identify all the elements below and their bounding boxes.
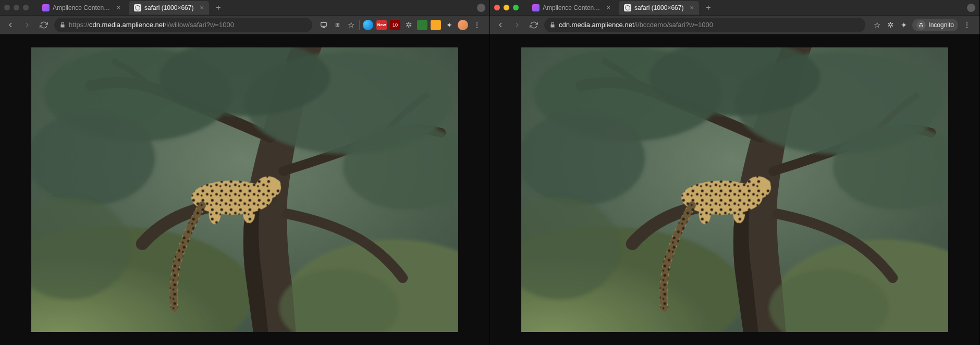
amplience-favicon	[42, 4, 50, 11]
reload-button[interactable]	[38, 19, 50, 31]
close-icon[interactable]: ×	[606, 4, 610, 11]
incognito-badge[interactable]: Incognito	[912, 19, 958, 31]
extension-green-icon[interactable]	[417, 20, 427, 30]
traffic-zoom[interactable]	[23, 5, 29, 10]
tab-safari-image[interactable]: safari (1000×667) ×	[129, 1, 209, 15]
svg-point-12	[31, 112, 155, 205]
svg-point-16	[209, 204, 221, 224]
back-button[interactable]	[4, 19, 17, 31]
content-area	[490, 34, 979, 345]
titlebar: Amplience Content Hub × safari (1000×667…	[0, 0, 489, 16]
browser-window-right: Amplience Content Hub × safari (1000×667…	[490, 0, 980, 345]
globe-favicon	[134, 4, 141, 11]
menu-icon[interactable]: ⋮	[961, 21, 973, 29]
close-icon[interactable]: ×	[690, 4, 694, 11]
svg-point-30	[761, 179, 771, 189]
toolbar-right: ⊞ ☆ New 10 ✲ ✦ ⋮	[316, 20, 485, 30]
incognito-label: Incognito	[928, 21, 954, 29]
extension-new-icon[interactable]: New	[376, 20, 387, 30]
browser-window-left: Amplience Content Hub × safari (1000×667…	[0, 0, 490, 345]
tab-label: Amplience Content Hub	[543, 4, 600, 11]
tab-amplience[interactable]: Amplience Content Hub ×	[527, 1, 616, 15]
grid-icon[interactable]: ⊞	[332, 20, 342, 30]
image-safari-leopard	[521, 47, 948, 332]
reload-button[interactable]	[528, 19, 540, 31]
cast-icon[interactable]	[318, 20, 329, 30]
traffic-close[interactable]	[4, 5, 10, 10]
back-button[interactable]	[494, 19, 507, 31]
extensions-puzzle-icon[interactable]: ✦	[444, 20, 455, 30]
svg-rect-0	[321, 22, 327, 26]
url-text: https://cdn.media.amplience.net/i/willow…	[69, 21, 307, 29]
tab-label: safari (1000×667)	[634, 4, 683, 11]
tab-amplience[interactable]: Amplience Content Hub ×	[37, 1, 126, 15]
svg-point-27	[521, 112, 645, 205]
profile-switch-icon[interactable]	[967, 4, 975, 12]
globe-favicon	[624, 4, 631, 11]
toolbar-right: ☆ ✲ ✦ Incognito ⋮	[869, 19, 975, 31]
tab-safari-image[interactable]: safari (1000×667) ×	[619, 1, 699, 15]
traffic-minimize[interactable]	[14, 5, 19, 10]
toolbar: cdn.media.amplience.net/i/bccdemo/safari…	[490, 16, 979, 34]
close-icon[interactable]: ×	[200, 4, 204, 11]
svg-point-15	[271, 179, 281, 189]
close-icon[interactable]: ×	[116, 4, 120, 11]
toolbar: https://cdn.media.amplience.net/i/willow…	[0, 16, 489, 34]
traffic-minimize[interactable]	[504, 5, 509, 10]
traffic-close[interactable]	[494, 5, 500, 10]
tab-label: Amplience Content Hub	[53, 4, 110, 11]
window-controls[interactable]	[494, 5, 519, 10]
address-bar[interactable]: https://cdn.media.amplience.net/i/willow…	[54, 18, 312, 32]
svg-point-31	[699, 204, 711, 224]
traffic-zoom[interactable]	[513, 5, 519, 10]
extensions-puzzle-icon[interactable]: ✦	[899, 20, 909, 30]
divider	[359, 20, 360, 30]
window-controls[interactable]	[4, 5, 29, 10]
lock-icon	[59, 22, 66, 28]
new-tab-button[interactable]: +	[212, 2, 225, 14]
amplience-favicon	[532, 4, 540, 11]
image-safari-leopard	[31, 47, 458, 332]
extension-settings-icon[interactable]: ✲	[885, 20, 896, 30]
address-bar[interactable]: cdn.media.amplience.net/i/bccdemo/safari…	[544, 18, 865, 32]
new-tab-button[interactable]: +	[702, 2, 715, 14]
content-area	[0, 34, 489, 345]
bookmark-star-icon[interactable]: ☆	[872, 20, 882, 30]
extension-badge-icon[interactable]: 10	[390, 20, 400, 30]
forward-button[interactable]	[21, 19, 33, 31]
extension-edge-icon[interactable]	[363, 20, 373, 30]
extension-settings-icon[interactable]: ✲	[403, 20, 414, 30]
svg-point-32	[733, 204, 745, 223]
bookmark-star-icon[interactable]: ☆	[346, 20, 356, 30]
url-text: cdn.media.amplience.net/i/bccdemo/safari…	[559, 21, 860, 29]
lock-icon	[549, 22, 556, 28]
menu-icon[interactable]: ⋮	[471, 21, 483, 29]
titlebar: Amplience Content Hub × safari (1000×667…	[490, 0, 979, 16]
forward-button[interactable]	[511, 19, 523, 31]
extension-yellow-icon[interactable]	[431, 20, 441, 30]
incognito-icon	[916, 20, 926, 30]
svg-point-17	[243, 204, 255, 223]
tab-label: safari (1000×667)	[144, 4, 193, 11]
profile-switch-icon[interactable]	[477, 4, 485, 12]
profile-avatar[interactable]	[458, 20, 468, 30]
